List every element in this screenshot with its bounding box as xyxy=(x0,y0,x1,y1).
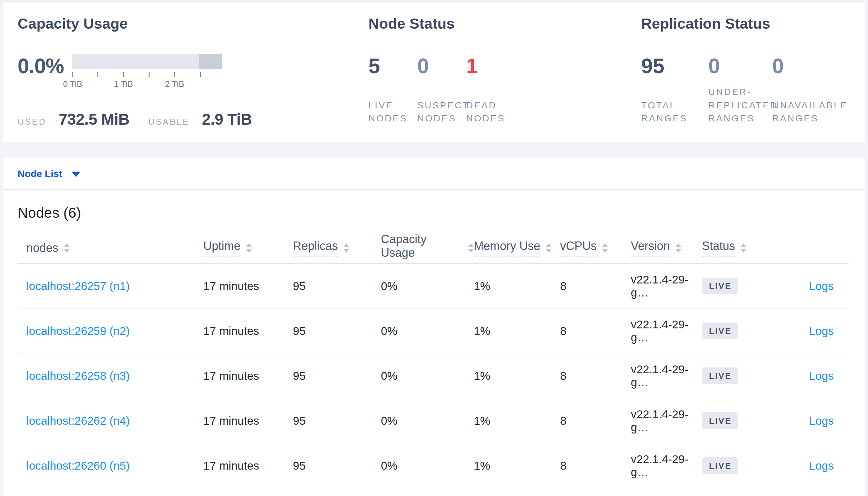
dead-nodes-value: 1 xyxy=(466,54,515,77)
replicas-cell: 95 xyxy=(293,280,381,293)
capacity-gauge-ticks xyxy=(72,72,222,77)
under-replicated-ranges-stat: 0 UNDER-REPLICATED RANGES xyxy=(708,54,772,125)
live-nodes-value: 5 xyxy=(369,54,417,77)
gauge-tick xyxy=(72,72,73,77)
version-cell: v22.1.4-29-g… xyxy=(631,453,702,479)
capacity-gauge: 0 TiB 1 TiB 2 TiB xyxy=(72,54,222,90)
column-header-nodes[interactable]: nodes xyxy=(18,241,203,255)
version-cell: v22.1.4-29-g… xyxy=(631,363,702,389)
live-nodes-label: LIVE NODES xyxy=(369,99,408,125)
node-link[interactable]: localhost:26258 (n3) xyxy=(26,369,130,382)
live-nodes-stat: 5 LIVE NODES xyxy=(369,54,417,125)
sort-icon[interactable] xyxy=(675,244,681,252)
suspect-nodes-value: 0 xyxy=(417,54,466,77)
status-badge: LIVE xyxy=(702,368,738,384)
node-link[interactable]: localhost:26260 (n5) xyxy=(26,459,130,472)
uptime-cell: 17 minutes xyxy=(203,414,293,427)
column-header-version[interactable]: Version xyxy=(631,239,702,257)
memory-use-cell: 1% xyxy=(474,280,560,293)
replication-status-panel: Replication Status 95 TOTAL RANGES 0 UND… xyxy=(641,15,850,142)
uptime-cell: 17 minutes xyxy=(203,280,293,293)
sort-icon[interactable] xyxy=(602,244,608,252)
logs-link[interactable]: Logs xyxy=(809,459,834,472)
node-link[interactable]: localhost:26257 (n1) xyxy=(26,280,130,292)
unavailable-ranges-stat: 0 UNAVAILABLE RANGES xyxy=(772,54,850,125)
unavailable-ranges-label: UNAVAILABLE RANGES xyxy=(772,99,850,125)
logs-link[interactable]: Logs xyxy=(809,325,834,337)
dead-nodes-label: DEAD NODES xyxy=(466,99,505,125)
version-cell: v22.1.4-29-g… xyxy=(631,408,702,434)
nodes-table-header: nodes Uptime Replicas Capacity Usage Mem… xyxy=(18,232,849,264)
uptime-cell: 17 minutes xyxy=(203,369,293,383)
sort-icon[interactable] xyxy=(343,244,349,252)
sort-icon[interactable] xyxy=(546,244,552,252)
suspect-nodes-label: SUSPECT NODES xyxy=(417,99,457,125)
node-status-panel: Node Status 5 LIVE NODES 0 SUSPECT NODES… xyxy=(369,15,641,142)
node-list-dropdown-label[interactable]: Node List xyxy=(18,168,62,179)
column-header-capacity-usage[interactable]: Capacity Usage xyxy=(381,232,474,263)
usable-label: USABLE xyxy=(148,117,190,127)
unavailable-ranges-value: 0 xyxy=(772,54,850,77)
dead-nodes-stat: 1 DEAD NODES xyxy=(466,54,515,125)
vcpus-cell: 8 xyxy=(560,280,631,293)
version-cell: v22.1.4-29-g… xyxy=(631,273,702,299)
gauge-tick xyxy=(174,72,175,77)
sort-icon[interactable] xyxy=(64,244,70,252)
gauge-tick-label: 0 TiB xyxy=(63,79,82,89)
vcpus-cell: 8 xyxy=(560,414,631,427)
node-list-card: Node List Nodes (6) nodes Uptime Replica… xyxy=(3,158,865,496)
column-header-memory-use[interactable]: Memory Use xyxy=(474,239,560,257)
replication-status-title: Replication Status xyxy=(641,15,850,32)
gauge-tick-label: 2 TiB xyxy=(165,79,184,89)
used-label: USED xyxy=(18,117,46,127)
nodes-section-title: Nodes (6) xyxy=(18,205,849,221)
sort-icon[interactable] xyxy=(246,244,252,252)
used-value: 732.5 MiB xyxy=(59,110,129,128)
replicas-cell: 95 xyxy=(293,459,381,472)
column-header-uptime[interactable]: Uptime xyxy=(203,239,293,257)
column-header-vcpus[interactable]: vCPUs xyxy=(560,239,631,257)
table-row: localhost:26257 (n1) 17 minutes 95 0% 1%… xyxy=(18,264,849,309)
under-replicated-ranges-value: 0 xyxy=(708,54,772,77)
table-row: localhost:26262 (n4) 17 minutes 95 0% 1%… xyxy=(18,398,849,443)
node-link[interactable]: localhost:26262 (n4) xyxy=(26,414,130,427)
gauge-tick-label: 1 TiB xyxy=(114,79,133,89)
memory-use-cell: 1% xyxy=(474,325,560,338)
uptime-cell: 17 minutes xyxy=(203,459,293,472)
total-ranges-stat: 95 TOTAL RANGES xyxy=(641,54,708,125)
total-ranges-label: TOTAL RANGES xyxy=(641,99,690,125)
memory-use-cell: 1% xyxy=(474,459,560,472)
table-row: localhost:26258 (n3) 17 minutes 95 0% 1%… xyxy=(18,354,849,398)
logs-link[interactable]: Logs xyxy=(809,280,834,292)
suspect-nodes-stat: 0 SUSPECT NODES xyxy=(417,54,466,125)
status-badge: LIVE xyxy=(702,278,738,294)
version-cell: v22.1.4-29-g… xyxy=(631,318,702,344)
node-list-dropdown[interactable]: Node List xyxy=(3,158,865,190)
total-ranges-value: 95 xyxy=(641,54,708,77)
vcpus-cell: 8 xyxy=(560,325,631,338)
capacity-usage-cell: 0% xyxy=(381,280,474,293)
sort-icon[interactable] xyxy=(740,244,747,252)
logs-link[interactable]: Logs xyxy=(809,369,834,382)
capacity-usage-panel: Capacity Usage 0.0% 0 TiB 1 T xyxy=(18,15,369,142)
gauge-tick xyxy=(98,72,99,77)
status-badge: LIVE xyxy=(702,323,738,339)
usable-value: 2.9 TiB xyxy=(202,110,252,128)
logs-link[interactable]: Logs xyxy=(809,414,834,427)
capacity-usage-title: Capacity Usage xyxy=(18,15,369,32)
capacity-usage-cell: 0% xyxy=(381,459,474,472)
node-link[interactable]: localhost:26259 (n2) xyxy=(26,325,130,337)
vcpus-cell: 8 xyxy=(560,369,631,383)
replicas-cell: 95 xyxy=(293,369,381,383)
capacity-percent-value: 0.0% xyxy=(18,54,72,77)
vcpus-cell: 8 xyxy=(560,459,631,472)
gauge-tick xyxy=(149,72,150,77)
capacity-usage-cell: 0% xyxy=(381,414,474,427)
column-header-status[interactable]: Status xyxy=(702,239,799,257)
chevron-down-icon xyxy=(72,172,80,177)
under-replicated-ranges-label: UNDER-REPLICATED RANGES xyxy=(708,86,778,125)
column-header-replicas[interactable]: Replicas xyxy=(293,239,381,257)
memory-use-cell: 1% xyxy=(474,369,560,383)
replicas-cell: 95 xyxy=(293,325,381,338)
sort-icon[interactable] xyxy=(468,244,474,252)
